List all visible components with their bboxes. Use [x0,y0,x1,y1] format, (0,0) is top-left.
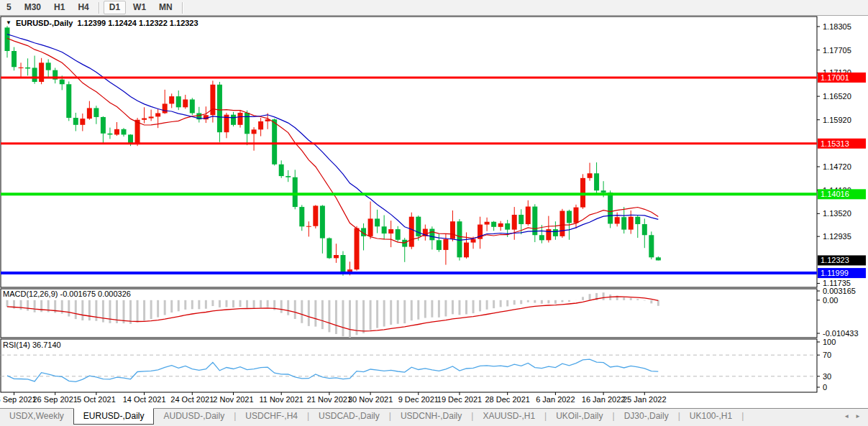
candle [142,107,147,123]
date-tick-label: 26 Sep 2021 [33,395,78,404]
candle [231,112,236,126]
candle [190,98,195,115]
date-tick-label: 5 Oct 2021 [77,395,116,404]
candle-body [66,84,71,118]
candle-body [580,178,585,208]
candle-body [464,243,469,258]
date-tick-label: 2 Nov 2021 [213,395,253,404]
tab-scroll-left-icon[interactable]: ◄ [844,413,849,420]
candle [580,174,585,208]
candle-body [396,229,401,240]
candle-body [526,207,531,224]
tab-audusd-daily[interactable]: AUDUSD-,Daily [154,409,234,425]
candle [12,47,17,71]
candle-body [334,255,339,258]
candle [155,108,160,128]
price-level-line-1.14016[interactable]: 1.14016 [1,189,866,199]
chart-tab-bar: USDX,WeeklyEURUSD-,DailyAUDUSD-,Daily|US… [0,408,868,426]
date-axis: 16 Sep 202126 Sep 20215 Oct 202114 Oct 2… [0,392,667,404]
candle-body [238,113,243,125]
candle [258,118,263,136]
candle-body [559,211,565,236]
tab-ukoil-daily[interactable]: UKOil-,Daily [547,409,612,425]
candle [450,210,455,241]
rsi-panel-border [1,339,817,392]
date-tick-label: 30 Nov 2021 [348,395,393,404]
candle [299,205,304,231]
candle-body [73,118,78,125]
tab-usdchf-h4[interactable]: USDCHF-,H4 [236,409,307,425]
candle-body [546,229,551,240]
price-axis: 1.183051.177051.171201.165201.159201.147… [817,22,851,287]
tab-dj30-daily[interactable]: DJ30-,Daily [615,409,678,425]
candle-body [155,113,160,116]
tab-usdcnh-daily[interactable]: USDCNH-,Daily [391,409,471,425]
candle [285,170,291,182]
tab-xauusd-h1[interactable]: XAUUSD-,H1 [473,409,544,425]
tab-usdcad-daily[interactable]: USDCAD-,Daily [309,409,389,425]
price-tick-label: 1.14720 [823,162,851,171]
candle [464,232,469,258]
tab-uk100-h1[interactable]: UK100-,H1 [680,409,741,425]
macd-tick-label: 0.00 [823,296,838,305]
candle [649,231,654,259]
price-level-line-1.17001[interactable]: 1.17001 [1,73,866,83]
candle [252,127,257,151]
candle-body [375,218,380,226]
chart-title: ▼ EURUSD-,Daily 1.12399 1.12424 1.12322 … [6,19,198,27]
candle-body [505,223,510,230]
candle [478,217,483,249]
candle [629,210,634,234]
candle [326,238,332,259]
candle [423,225,428,241]
candle [93,106,99,124]
candle [635,216,640,239]
trading-platform-window: 5M30H1H4D1W1MN 1.183051.177051.171201.16… [0,0,868,426]
candle [306,221,311,236]
price-level-line-1.11999[interactable]: 1.11999 [1,268,866,278]
symbol-dropdown-icon[interactable]: ▼ [6,19,12,27]
chart-symbol-label: EURUSD-,Daily [16,19,73,27]
price-chart-canvas[interactable]: 1.183051.177051.171201.165201.159201.147… [0,0,868,411]
date-tick-label: 28 Dec 2021 [485,395,529,404]
candle-body [512,215,517,230]
date-tick-label: 14 Oct 2021 [123,395,166,404]
candle-body [46,62,51,70]
candle [19,62,24,78]
candle-body [183,99,188,107]
date-tick-label: 25 Jan 2022 [623,395,667,404]
candle-body [450,221,455,239]
macd-signal-line [7,297,658,331]
rsi-tick-label: 70 [823,351,831,359]
candle-body [245,113,250,134]
candle-body [107,134,112,135]
candle [375,210,380,233]
candle [491,221,496,231]
tab-usdx-weekly[interactable]: USDX,Weekly [0,409,73,425]
candle-body [409,217,414,247]
candle-body [285,176,291,177]
candle-body [135,120,140,144]
candle [559,209,565,238]
candle-body [12,51,17,67]
candle-body [457,221,462,257]
tab-scroll-right-icon[interactable]: ► [855,413,861,420]
candle [498,221,503,231]
candle [176,91,181,110]
candle [429,226,434,249]
candle-body [217,85,222,132]
candle [594,162,599,193]
date-tick-label: 16 Sep 2021 [0,395,37,404]
candle [409,213,414,249]
current-price-label: 1.12323 [818,255,866,265]
candle [87,101,92,120]
candle [608,190,613,228]
candle-body [279,165,284,176]
candle-body [594,173,599,190]
candle-body [149,116,154,118]
candle [114,122,119,136]
price-tick-label: 1.16520 [823,92,851,101]
tab-eurusd-daily[interactable]: EURUSD-,Daily [73,408,155,425]
candle [32,56,37,84]
candle-body [567,211,572,223]
